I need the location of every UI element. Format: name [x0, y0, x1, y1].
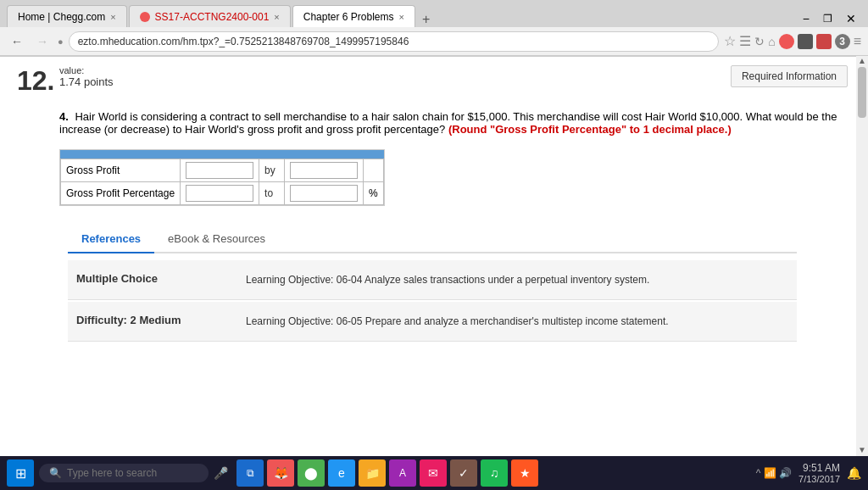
- gross-profit-pct-label: Gross Profit Percentage: [61, 182, 181, 205]
- app4-icon: ★: [520, 466, 531, 480]
- start-button[interactable]: ⊞: [7, 459, 34, 487]
- profile-icon: 3: [835, 34, 850, 49]
- clock-time: 9:51 AM: [798, 462, 840, 474]
- address-bar[interactable]: [69, 31, 720, 52]
- forward-button[interactable]: →: [32, 33, 53, 50]
- gross-profit-input2[interactable]: [290, 162, 358, 179]
- reader-icon[interactable]: ☰: [739, 33, 751, 49]
- references-content: Multiple Choice Learning Objective: 06-0…: [68, 260, 797, 342]
- ref-multiple-choice-value: Learning Objective: 06-04 Analyze sales …: [246, 272, 649, 287]
- refresh-icon[interactable]: ↻: [754, 35, 765, 48]
- task-view-icon: ⧉: [247, 467, 254, 479]
- taskbar-app-app1[interactable]: A: [389, 459, 416, 487]
- gross-profit-input1[interactable]: [186, 162, 253, 179]
- secure-icon: ●: [58, 36, 64, 47]
- scroll-down[interactable]: ▼: [856, 445, 868, 454]
- tab-ss17[interactable]: SS17-ACCTNG2400-001 ×: [129, 5, 291, 27]
- taskbar-app-icons: ⧉ 🦊 ⬤ e 📁 A ✉ ✓ ♫: [236, 459, 538, 487]
- taskbar-notification-icons: ^ 📶 🔊: [756, 467, 792, 479]
- close-tab-chapter6[interactable]: ×: [399, 12, 404, 22]
- taskbar-app-firefox[interactable]: 🦊: [267, 459, 294, 487]
- app2-icon: ✉: [428, 466, 438, 480]
- home-icon[interactable]: ⌂: [768, 35, 775, 48]
- spotify-icon: ♫: [490, 466, 499, 480]
- answer-section: Gross Profit by Gross Profit Percentage …: [59, 149, 848, 209]
- close-window-button[interactable]: ✕: [841, 10, 861, 27]
- back-button[interactable]: ←: [7, 33, 27, 50]
- tab-references[interactable]: References: [68, 226, 154, 253]
- minimize-button[interactable]: −: [798, 10, 815, 27]
- taskbar-app-taskview[interactable]: ⧉: [236, 459, 264, 487]
- answer-table-wrapper: Gross Profit by Gross Profit Percentage …: [59, 149, 385, 206]
- close-tab-home[interactable]: ×: [110, 12, 115, 22]
- references-tabs-section: References eBook & Resources: [68, 226, 797, 253]
- ie-icon: e: [338, 466, 345, 480]
- taskbar-app-spotify[interactable]: ♫: [481, 459, 508, 487]
- new-tab-button[interactable]: +: [417, 12, 435, 27]
- taskbar: ⊞ 🔍 🎤 ⧉ 🦊 ⬤ e 📁 A: [0, 456, 868, 490]
- question-header: 12. value: 1.74 points Required Informat…: [17, 65, 848, 97]
- taskbar-search-icon: 🔍: [49, 467, 62, 479]
- taskbar-app-app4[interactable]: ★: [511, 459, 538, 487]
- ref-difficulty-value: Learning Objective: 06-05 Prepare and an…: [246, 314, 669, 329]
- taskbar-app-app2[interactable]: ✉: [420, 459, 447, 487]
- answer-table-header: [60, 150, 384, 159]
- taskbar-search-input[interactable]: [67, 467, 198, 479]
- gross-profit-pct-input1-cell: [181, 182, 259, 205]
- ref-difficulty-label: Difficulty: 2 Medium: [76, 314, 246, 326]
- question-meta: value: 1.74 points: [59, 65, 731, 88]
- close-tab-ss17[interactable]: ×: [274, 12, 279, 22]
- action-center-icon[interactable]: 🔔: [847, 466, 861, 480]
- chrome-icon: ⬤: [304, 466, 318, 480]
- question-sub-number: 4.: [59, 110, 69, 123]
- tab-home-label: Home | Chegg.com: [18, 11, 105, 23]
- scrollbar[interactable]: ▲ ▼: [856, 56, 868, 456]
- restore-button[interactable]: ❐: [818, 11, 837, 26]
- gross-profit-pct-suffix: %: [364, 182, 384, 205]
- taskbar-app-chrome[interactable]: ⬤: [298, 459, 325, 487]
- bookmark-star-icon[interactable]: ☆: [724, 33, 736, 49]
- firefox-icon: 🦊: [274, 466, 288, 480]
- taskbar-app-folder[interactable]: 📁: [359, 459, 386, 487]
- gross-profit-input2-cell: [285, 159, 364, 182]
- tab-ebook[interactable]: eBook & Resources: [154, 226, 279, 253]
- tab-chapter6[interactable]: Chapter 6 Problems ×: [292, 5, 415, 27]
- taskbar-clock: 9:51 AM 7/13/2017: [798, 462, 840, 484]
- value-label: value:: [59, 65, 731, 75]
- tab-chapter6-label: Chapter 6 Problems: [303, 11, 394, 23]
- tab-home[interactable]: Home | Chegg.com ×: [7, 5, 127, 27]
- taskbar-app-ie[interactable]: e: [328, 459, 355, 487]
- gross-profit-connector: by: [259, 159, 285, 182]
- folder-icon: 📁: [365, 466, 380, 480]
- gross-profit-suffix: [364, 159, 384, 182]
- scroll-up[interactable]: ▲: [856, 56, 868, 65]
- gross-profit-label: Gross Profit: [61, 159, 181, 182]
- gross-profit-pct-input2[interactable]: [290, 185, 358, 202]
- extension-icon2: [816, 34, 832, 49]
- microphone-icon[interactable]: 🎤: [214, 466, 228, 480]
- taskbar-right: ^ 📶 🔊 9:51 AM 7/13/2017 🔔: [756, 462, 861, 484]
- mcafee-icon: [779, 34, 794, 49]
- gross-profit-pct-connector: to: [259, 182, 285, 205]
- answer-table: Gross Profit by Gross Profit Percentage …: [60, 159, 384, 205]
- ref-multiple-choice-label: Multiple Choice: [76, 272, 246, 285]
- points-value: 1.74 points: [59, 75, 731, 88]
- table-row: Gross Profit Percentage to %: [61, 182, 384, 205]
- ss17-favicon: [140, 12, 150, 22]
- required-info-button[interactable]: Required Information: [731, 65, 848, 87]
- windows-icon: ⊞: [15, 465, 26, 482]
- gross-profit-pct-input2-cell: [285, 182, 364, 205]
- app3-icon: ✓: [459, 466, 469, 480]
- app1-icon: A: [399, 467, 406, 479]
- gross-profit-pct-input1[interactable]: [186, 185, 253, 202]
- question-text: 4. Hair World is considering a contract …: [59, 110, 848, 136]
- taskbar-app-app3[interactable]: ✓: [450, 459, 477, 487]
- menu-icon[interactable]: ≡: [854, 34, 861, 49]
- ref-row-difficulty: Difficulty: 2 Medium Learning Objective:…: [68, 302, 797, 342]
- taskbar-search-box[interactable]: 🔍: [39, 464, 209, 482]
- clock-date: 7/13/2017: [798, 474, 840, 484]
- scroll-thumb[interactable]: [858, 67, 866, 118]
- gross-profit-input1-cell: [181, 159, 259, 182]
- table-row: Gross Profit by: [61, 159, 384, 182]
- question-highlight: (Round "Gross Profit Percentage" to 1 de…: [448, 123, 732, 136]
